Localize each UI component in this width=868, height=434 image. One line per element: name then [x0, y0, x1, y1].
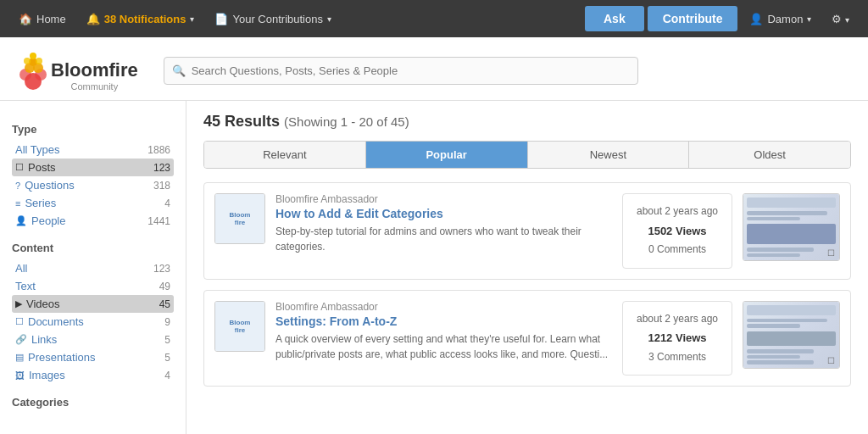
preview-line-medium-2: [747, 349, 814, 353]
card-logo-1: Bloom fire: [215, 194, 264, 243]
card-body-2: Bloomfire Ambassador Settings: From A-to…: [275, 301, 612, 362]
preview-line-short: [747, 217, 800, 220]
posts-label: Posts: [28, 161, 56, 174]
people-label: People: [31, 214, 65, 227]
preview-line-medium: [747, 248, 814, 251]
user-name: Damon: [767, 13, 803, 25]
doc-icon-1: ☐: [827, 248, 835, 258]
people-count: 1441: [147, 215, 170, 227]
main-container: Type All Types 1886 ☐ Posts 123 ? Questi…: [0, 101, 868, 434]
all-content-label: All: [15, 262, 27, 275]
bell-icon: 🔔: [86, 13, 100, 25]
sidebar-item-questions[interactable]: ? Questions 318: [12, 176, 174, 194]
tab-newest[interactable]: Newest: [528, 142, 690, 168]
card-meta-2: about 2 years ago 1212 Views 3 Comments: [622, 301, 732, 376]
all-types-count: 1886: [147, 144, 170, 156]
user-icon: 👤: [749, 13, 763, 25]
chevron-down-icon: ▾: [190, 14, 194, 24]
doc-icon-2: ☐: [827, 356, 835, 365]
home-icon: 🏠: [19, 13, 32, 25]
links-label: Links: [31, 333, 57, 346]
document-icon2: ☐: [15, 316, 24, 327]
preview-line-short2: [747, 253, 800, 257]
logo-name: Bloomfire: [51, 59, 138, 81]
notifications-label: 38 Notifications: [104, 13, 186, 25]
logo-svg: [17, 49, 49, 92]
result-card-2: Bloom fire Bloomfire Ambassador Settings…: [203, 290, 851, 387]
sidebar-item-people[interactable]: 👤 People 1441: [12, 212, 174, 230]
card-author-2: Bloomfire Ambassador: [275, 301, 612, 313]
sidebar-item-all-types[interactable]: All Types 1886: [12, 141, 174, 159]
settings-menu[interactable]: ⚙ ▾: [823, 8, 858, 31]
contributions-label: Your Contributions: [232, 13, 322, 25]
tab-oldest[interactable]: Oldest: [689, 142, 850, 168]
svg-point-7: [36, 58, 42, 64]
nav-contributions[interactable]: 📄 Your Contributions ▾: [206, 8, 339, 31]
preview-mock-1: [743, 194, 839, 260]
content-inner: 45 Results (Showing 1 - 20 of 45) Releva…: [186, 101, 868, 409]
logo-sub: Community: [51, 81, 138, 92]
presentations-icon: ▤: [15, 352, 24, 363]
card-title-1[interactable]: How to Add & Edit Categories: [275, 207, 612, 220]
nav-notifications[interactable]: 🔔 38 Notifications ▾: [78, 8, 203, 31]
tab-popular[interactable]: Popular: [366, 142, 528, 168]
gear-icon: ⚙: [832, 13, 842, 25]
preview-line-short-2: [747, 324, 800, 327]
documents-count: 9: [164, 316, 170, 328]
content-area: 45 Results (Showing 1 - 20 of 45) Releva…: [186, 101, 868, 434]
sort-tabs: Relevant Popular Newest Oldest: [203, 141, 851, 169]
sidebar: Type All Types 1886 ☐ Posts 123 ? Questi…: [0, 101, 186, 434]
contribute-button[interactable]: Contribute: [648, 6, 738, 31]
all-types-label: All Types: [15, 143, 60, 156]
questions-count: 318: [153, 180, 170, 192]
card-views-1: 1502 Views: [635, 221, 720, 241]
presentations-count: 5: [164, 352, 170, 364]
post-icon: ☐: [15, 162, 24, 173]
preview-line-2: [747, 319, 827, 322]
all-content-count: 123: [153, 263, 170, 275]
images-count: 4: [164, 370, 170, 381]
sidebar-item-videos[interactable]: ▶ Videos 45: [12, 295, 174, 313]
nav-home-label: Home: [36, 13, 66, 25]
sidebar-item-series[interactable]: ≡ Series 4: [12, 194, 174, 212]
card-comments-1: 0 Comments: [635, 241, 720, 259]
series-icon: ≡: [15, 198, 20, 209]
sidebar-item-text[interactable]: Text 49: [12, 277, 174, 295]
sidebar-item-images[interactable]: 🖼 Images 4: [12, 366, 174, 384]
chevron-down-icon4: ▾: [845, 15, 849, 25]
sidebar-item-links[interactable]: 🔗 Links 5: [12, 331, 174, 348]
sidebar-item-documents[interactable]: ☐ Documents 9: [12, 313, 174, 331]
card-title-2[interactable]: Settings: From A-to-Z: [275, 314, 612, 328]
preview-mock-2: [743, 302, 839, 368]
ask-button[interactable]: Ask: [585, 6, 644, 31]
results-count: 45 Results: [203, 113, 280, 130]
preview-line: [747, 211, 827, 214]
card-comments-2: 3 Comments: [635, 348, 720, 367]
bloomfire-logo: Bloomfire Community: [17, 49, 138, 92]
people-icon: 👤: [15, 215, 27, 226]
user-menu[interactable]: 👤 Damon ▾: [741, 8, 820, 31]
categories-section-title: Categories: [12, 396, 174, 409]
tab-relevant[interactable]: Relevant: [204, 142, 366, 168]
questions-label: Questions: [25, 179, 75, 192]
question-icon: ?: [15, 181, 20, 191]
preview-img-block: [747, 224, 836, 244]
sidebar-item-presentations[interactable]: ▤ Presentations 5: [12, 348, 174, 366]
links-count: 5: [164, 334, 170, 346]
search-bar: 🔍: [164, 57, 638, 85]
result-card-1: Bloom fire Bloomfire Ambassador How to A…: [203, 182, 851, 280]
sidebar-item-posts[interactable]: ☐ Posts 123: [12, 159, 174, 176]
card-time-2: about 2 years ago: [635, 310, 720, 329]
images-label: Images: [29, 369, 65, 381]
link-icon: 🔗: [15, 334, 27, 345]
video-icon: ▶: [15, 298, 22, 309]
search-input[interactable]: [164, 57, 638, 85]
series-label: Series: [25, 197, 56, 209]
documents-label: Documents: [28, 315, 84, 328]
logo-search-row: Bloomfire Community 🔍: [0, 37, 868, 101]
images-icon: 🖼: [15, 370, 25, 381]
document-icon: 📄: [214, 13, 228, 25]
nav-home[interactable]: 🏠 Home: [10, 8, 75, 31]
content-section-title: Content: [12, 242, 174, 254]
sidebar-item-all-content[interactable]: All 123: [12, 259, 174, 277]
